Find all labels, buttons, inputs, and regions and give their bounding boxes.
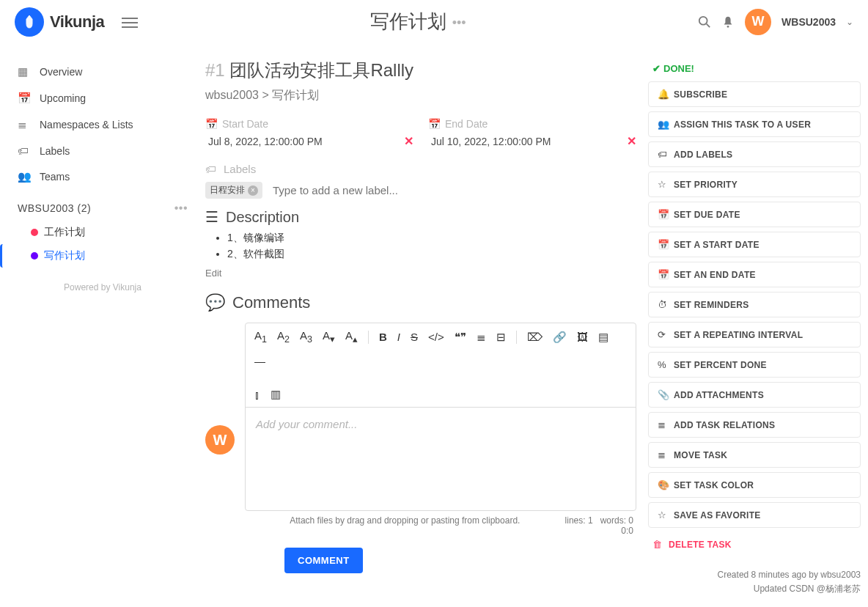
action-icon: ☆	[658, 179, 668, 190]
side-button[interactable]: ⫿	[254, 389, 260, 401]
ol-button[interactable]: ⊟	[496, 331, 506, 344]
action-add-task-relations[interactable]: ≣ADD TASK RELATIONS	[648, 412, 861, 438]
action-icon: %	[658, 359, 668, 370]
list-label: 工作计划	[44, 226, 85, 239]
username[interactable]: WBSU2003	[781, 16, 836, 28]
svg-point-3	[699, 17, 707, 25]
list-item[interactable]: 工作计划	[10, 221, 195, 244]
action-icon: 📅	[658, 239, 668, 250]
nav-label: Labels	[40, 145, 70, 157]
list-label: 写作计划	[44, 249, 85, 262]
sidebar-item-labels[interactable]: 🏷Labels	[10, 138, 195, 163]
comment-avatar: W	[205, 425, 235, 455]
hamburger-icon[interactable]	[122, 12, 138, 32]
image-button[interactable]: 🖼	[577, 331, 588, 343]
sidebar-item-namespaces-lists[interactable]: ≣Namespaces & Lists	[10, 111, 195, 138]
hr-button[interactable]: —	[254, 355, 265, 367]
logo-text: Vikunja	[50, 12, 104, 32]
clean-button[interactable]: ⌦	[527, 331, 542, 344]
calendar-icon: 📅	[205, 118, 218, 130]
action-label: ADD ATTACHMENTS	[674, 390, 764, 400]
task-meta: Created 8 minutes ago by wbsu2003 Update…	[648, 568, 861, 596]
namespace-more-icon[interactable]: •••	[174, 202, 188, 215]
action-set-reminders[interactable]: ⏱SET REMINDERS	[648, 292, 861, 317]
comments-icon: 💬	[205, 293, 225, 312]
svg-point-5	[727, 26, 729, 28]
clear-end-date[interactable]: ✕	[627, 134, 636, 148]
edit-description[interactable]: Edit	[205, 268, 221, 279]
strike-button[interactable]: S	[411, 331, 418, 343]
guide-button[interactable]: ▥	[271, 388, 281, 401]
quote-button[interactable]: ❝❞	[455, 331, 466, 344]
nav-icon: 🏷	[18, 144, 31, 157]
action-move-task[interactable]: ≣MOVE TASK	[648, 442, 861, 468]
action-icon: 📅	[658, 269, 668, 280]
heading2-button[interactable]: A2	[277, 329, 290, 345]
action-label: SET TASK COLOR	[674, 480, 754, 490]
sidebar-item-overview[interactable]: ▦Overview	[10, 59, 195, 85]
action-label: SAVE AS FAVORITE	[674, 510, 761, 520]
label-input[interactable]	[270, 181, 636, 199]
action-add-attachments[interactable]: 📎ADD ATTACHMENTS	[648, 382, 861, 408]
action-assign-this-task-to-a-user[interactable]: 👥ASSIGN THIS TASK TO A USER	[648, 111, 861, 137]
nav-icon: ▦	[18, 65, 31, 78]
action-set-priority[interactable]: ☆SET PRIORITY	[648, 172, 861, 197]
action-set-an-end-date[interactable]: 📅SET AN END DATE	[648, 262, 861, 287]
labels-section-label: 🏷 Labels	[205, 163, 636, 175]
list-item[interactable]: 写作计划	[0, 244, 195, 268]
action-label: SET DUE DATE	[674, 210, 740, 220]
remove-label-icon[interactable]: ×	[248, 185, 258, 196]
title-more-icon[interactable]: •••	[452, 15, 466, 30]
breadcrumb[interactable]: wbsu2003 > 写作计划	[205, 88, 636, 103]
sidebar-item-upcoming[interactable]: 📅Upcoming	[10, 85, 195, 111]
sidebar-item-teams[interactable]: 👥Teams	[10, 163, 195, 190]
italic-button[interactable]: I	[397, 331, 400, 343]
logo[interactable]: Vikunja	[15, 7, 104, 37]
action-icon: 🏷	[658, 149, 668, 160]
action-set-a-start-date[interactable]: 📅SET A START DATE	[648, 232, 861, 257]
done-badge[interactable]: ✔ DONE!	[652, 63, 861, 74]
nav-label: Upcoming	[40, 92, 86, 104]
attach-hint: Attach files by drag and dropping or pas…	[245, 515, 565, 536]
bell-icon[interactable]	[721, 14, 735, 29]
delete-task-button[interactable]: 🗑 DELETE TASK	[648, 532, 861, 556]
bold-button[interactable]: B	[379, 331, 387, 343]
list-color-dot	[31, 229, 38, 236]
ul-button[interactable]: ≣	[477, 331, 486, 344]
comment-button[interactable]: COMMENT	[284, 548, 363, 573]
action-label: SUBSCRIBE	[674, 89, 727, 100]
clear-start-date[interactable]: ✕	[404, 134, 413, 148]
action-set-a-repeating-interval[interactable]: ⟳SET A REPEATING INTERVAL	[648, 322, 861, 347]
heading1-button[interactable]: A1	[254, 329, 267, 345]
list-color-dot	[31, 252, 38, 260]
action-subscribe[interactable]: 🔔SUBSCRIBE	[648, 81, 861, 107]
table-button[interactable]: ▤	[598, 331, 608, 344]
task-actions-sidebar: ✔ DONE! 🔔SUBSCRIBE👥ASSIGN THIS TASK TO A…	[648, 59, 861, 596]
description-label: ☰ Description	[205, 208, 636, 226]
end-date-value[interactable]: Jul 10, 2022, 12:00:00 PM	[428, 136, 627, 147]
action-label: ASSIGN THIS TASK TO A USER	[674, 119, 811, 130]
label-chip[interactable]: 日程安排 ×	[205, 182, 262, 199]
heading-smaller-button[interactable]: A▾	[323, 329, 335, 345]
chevron-down-icon[interactable]: ⌄	[846, 17, 853, 27]
comment-textarea[interactable]: Add your comment...	[246, 408, 636, 510]
comment-editor[interactable]: A1 A2 A3 A▾ A▴ B I S </> ❝❞ ≣ ⊟	[245, 323, 636, 511]
nav-label: Teams	[40, 171, 70, 183]
action-save-as-favorite[interactable]: ☆SAVE AS FAVORITE	[648, 502, 861, 528]
search-icon[interactable]	[698, 14, 711, 29]
action-set-percent-done[interactable]: %SET PERCENT DONE	[648, 352, 861, 378]
start-date-value[interactable]: Jul 8, 2022, 12:00:00 PM	[205, 136, 404, 147]
powered-by: Powered by Vikunja	[10, 282, 195, 293]
heading3-button[interactable]: A3	[300, 329, 312, 345]
task-content: #1 团队活动安排工具Rallly wbsu2003 > 写作计划 📅 Star…	[205, 59, 636, 596]
action-set-task-color[interactable]: 🎨SET TASK COLOR	[648, 472, 861, 498]
action-set-due-date[interactable]: 📅SET DUE DATE	[648, 202, 861, 227]
nav-icon: 📅	[18, 92, 31, 105]
heading-bigger-button[interactable]: A▴	[345, 329, 358, 345]
action-add-labels[interactable]: 🏷ADD LABELS	[648, 141, 861, 167]
avatar[interactable]: W	[745, 9, 771, 35]
link-button[interactable]: 🔗	[553, 331, 567, 344]
namespace-header[interactable]: WBSU2003 (2) •••	[10, 190, 195, 221]
nav-icon: ≣	[18, 118, 31, 131]
code-button[interactable]: </>	[428, 331, 444, 343]
